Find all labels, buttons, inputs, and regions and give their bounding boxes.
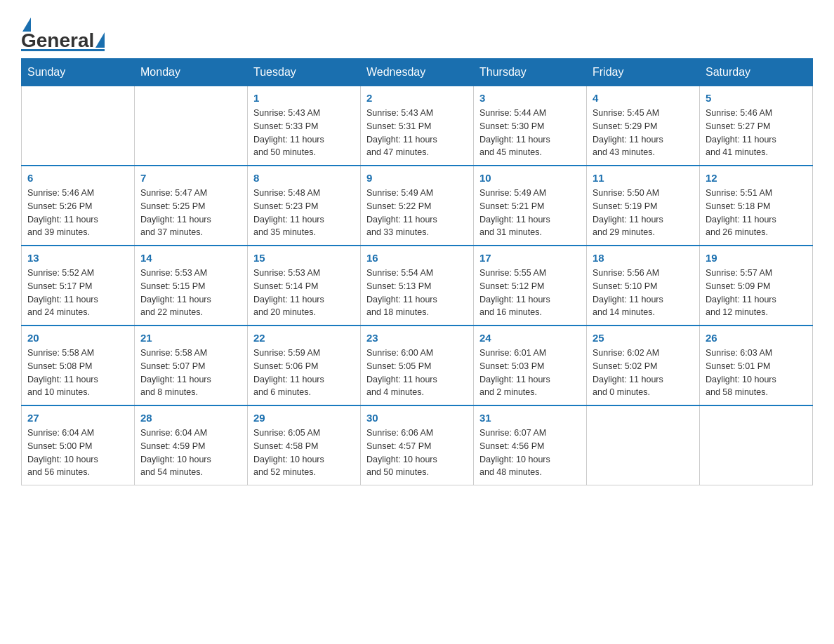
day-number: 2 — [366, 92, 468, 104]
header-monday: Monday — [135, 59, 248, 86]
day-info: Sunrise: 5:43 AM Sunset: 5:33 PM Dayligh… — [253, 107, 355, 159]
day-number: 21 — [140, 332, 241, 344]
calendar-cell — [587, 405, 700, 485]
calendar-cell: 4Sunrise: 5:45 AM Sunset: 5:29 PM Daylig… — [587, 86, 700, 166]
day-info: Sunrise: 6:03 AM Sunset: 5:01 PM Dayligh… — [706, 347, 807, 399]
calendar-cell: 8Sunrise: 5:48 AM Sunset: 5:23 PM Daylig… — [248, 166, 361, 246]
day-number: 14 — [140, 252, 241, 264]
day-info: Sunrise: 5:43 AM Sunset: 5:31 PM Dayligh… — [366, 107, 468, 159]
week-row-1: 6Sunrise: 5:46 AM Sunset: 5:26 PM Daylig… — [22, 166, 813, 246]
calendar-cell: 24Sunrise: 6:01 AM Sunset: 5:03 PM Dayli… — [474, 326, 587, 405]
week-row-2: 13Sunrise: 5:52 AM Sunset: 5:17 PM Dayli… — [22, 246, 813, 326]
day-info: Sunrise: 5:49 AM Sunset: 5:21 PM Dayligh… — [479, 187, 581, 239]
day-number: 30 — [366, 412, 468, 424]
day-number: 9 — [366, 172, 468, 184]
day-number: 31 — [479, 412, 581, 424]
calendar-cell: 31Sunrise: 6:07 AM Sunset: 4:56 PM Dayli… — [474, 405, 587, 485]
day-info: Sunrise: 5:57 AM Sunset: 5:09 PM Dayligh… — [706, 267, 807, 319]
calendar-cell — [700, 405, 813, 485]
day-number: 28 — [140, 412, 241, 424]
day-number: 20 — [27, 332, 128, 344]
calendar-header-row: SundayMondayTuesdayWednesdayThursdayFrid… — [22, 59, 813, 86]
day-number: 12 — [706, 172, 807, 184]
day-info: Sunrise: 6:02 AM Sunset: 5:02 PM Dayligh… — [593, 347, 694, 399]
day-number: 6 — [27, 172, 128, 184]
day-number: 3 — [479, 92, 581, 104]
header-thursday: Thursday — [474, 59, 587, 86]
header-friday: Friday — [587, 59, 700, 86]
day-info: Sunrise: 5:59 AM Sunset: 5:06 PM Dayligh… — [253, 347, 355, 399]
calendar-cell: 10Sunrise: 5:49 AM Sunset: 5:21 PM Dayli… — [474, 166, 587, 246]
day-info: Sunrise: 6:00 AM Sunset: 5:05 PM Dayligh… — [366, 347, 468, 399]
day-number: 1 — [253, 92, 355, 104]
page-header: General — [21, 14, 813, 51]
calendar-cell: 5Sunrise: 5:46 AM Sunset: 5:27 PM Daylig… — [700, 86, 813, 166]
calendar-cell: 23Sunrise: 6:00 AM Sunset: 5:05 PM Dayli… — [361, 326, 474, 405]
calendar-cell: 19Sunrise: 5:57 AM Sunset: 5:09 PM Dayli… — [700, 246, 813, 326]
day-number: 27 — [27, 412, 128, 424]
day-info: Sunrise: 6:06 AM Sunset: 4:57 PM Dayligh… — [366, 427, 468, 479]
day-info: Sunrise: 5:47 AM Sunset: 5:25 PM Dayligh… — [140, 187, 241, 239]
day-info: Sunrise: 6:01 AM Sunset: 5:03 PM Dayligh… — [479, 347, 581, 399]
day-number: 11 — [593, 172, 694, 184]
day-number: 24 — [479, 332, 581, 344]
calendar-cell — [135, 86, 248, 166]
day-info: Sunrise: 6:07 AM Sunset: 4:56 PM Dayligh… — [479, 427, 581, 479]
day-info: Sunrise: 5:46 AM Sunset: 5:26 PM Dayligh… — [27, 187, 128, 239]
logo-arrow-icon — [95, 32, 105, 48]
calendar-cell: 25Sunrise: 6:02 AM Sunset: 5:02 PM Dayli… — [587, 326, 700, 405]
calendar-cell: 28Sunrise: 6:04 AM Sunset: 4:59 PM Dayli… — [135, 405, 248, 485]
calendar-cell: 16Sunrise: 5:54 AM Sunset: 5:13 PM Dayli… — [361, 246, 474, 326]
day-info: Sunrise: 5:45 AM Sunset: 5:29 PM Dayligh… — [593, 107, 694, 159]
day-info: Sunrise: 5:51 AM Sunset: 5:18 PM Dayligh… — [706, 187, 807, 239]
calendar-cell: 6Sunrise: 5:46 AM Sunset: 5:26 PM Daylig… — [22, 166, 135, 246]
day-number: 13 — [27, 252, 128, 264]
day-number: 22 — [253, 332, 355, 344]
day-info: Sunrise: 5:48 AM Sunset: 5:23 PM Dayligh… — [253, 187, 355, 239]
calendar-cell: 22Sunrise: 5:59 AM Sunset: 5:06 PM Dayli… — [248, 326, 361, 405]
calendar-cell: 3Sunrise: 5:44 AM Sunset: 5:30 PM Daylig… — [474, 86, 587, 166]
calendar-cell: 2Sunrise: 5:43 AM Sunset: 5:31 PM Daylig… — [361, 86, 474, 166]
calendar-cell: 15Sunrise: 5:53 AM Sunset: 5:14 PM Dayli… — [248, 246, 361, 326]
day-number: 19 — [706, 252, 807, 264]
day-info: Sunrise: 5:58 AM Sunset: 5:07 PM Dayligh… — [140, 347, 241, 399]
calendar-cell: 29Sunrise: 6:05 AM Sunset: 4:58 PM Dayli… — [248, 405, 361, 485]
calendar-cell: 20Sunrise: 5:58 AM Sunset: 5:08 PM Dayli… — [22, 326, 135, 405]
day-info: Sunrise: 5:54 AM Sunset: 5:13 PM Dayligh… — [366, 267, 468, 319]
header-tuesday: Tuesday — [248, 59, 361, 86]
calendar-cell: 18Sunrise: 5:56 AM Sunset: 5:10 PM Dayli… — [587, 246, 700, 326]
calendar-cell: 14Sunrise: 5:53 AM Sunset: 5:15 PM Dayli… — [135, 246, 248, 326]
day-info: Sunrise: 6:05 AM Sunset: 4:58 PM Dayligh… — [253, 427, 355, 479]
day-number: 10 — [479, 172, 581, 184]
calendar-cell — [22, 86, 135, 166]
header-saturday: Saturday — [700, 59, 813, 86]
day-info: Sunrise: 6:04 AM Sunset: 5:00 PM Dayligh… — [27, 427, 128, 479]
day-number: 8 — [253, 172, 355, 184]
day-info: Sunrise: 5:46 AM Sunset: 5:27 PM Dayligh… — [706, 107, 807, 159]
day-number: 5 — [706, 92, 807, 104]
logo: General — [21, 14, 105, 51]
day-info: Sunrise: 6:04 AM Sunset: 4:59 PM Dayligh… — [140, 427, 241, 479]
header-sunday: Sunday — [22, 59, 135, 86]
calendar-cell: 13Sunrise: 5:52 AM Sunset: 5:17 PM Dayli… — [22, 246, 135, 326]
day-info: Sunrise: 5:55 AM Sunset: 5:12 PM Dayligh… — [479, 267, 581, 319]
calendar-cell: 26Sunrise: 6:03 AM Sunset: 5:01 PM Dayli… — [700, 326, 813, 405]
header-wednesday: Wednesday — [361, 59, 474, 86]
day-info: Sunrise: 5:58 AM Sunset: 5:08 PM Dayligh… — [27, 347, 128, 399]
day-number: 4 — [593, 92, 694, 104]
calendar-cell: 12Sunrise: 5:51 AM Sunset: 5:18 PM Dayli… — [700, 166, 813, 246]
day-info: Sunrise: 5:53 AM Sunset: 5:15 PM Dayligh… — [140, 267, 241, 319]
day-number: 7 — [140, 172, 241, 184]
week-row-4: 27Sunrise: 6:04 AM Sunset: 5:00 PM Dayli… — [22, 405, 813, 485]
calendar-cell: 30Sunrise: 6:06 AM Sunset: 4:57 PM Dayli… — [361, 405, 474, 485]
day-number: 16 — [366, 252, 468, 264]
calendar-cell: 11Sunrise: 5:50 AM Sunset: 5:19 PM Dayli… — [587, 166, 700, 246]
day-number: 23 — [366, 332, 468, 344]
calendar-cell: 27Sunrise: 6:04 AM Sunset: 5:00 PM Dayli… — [22, 405, 135, 485]
logo-underline — [21, 49, 105, 51]
day-number: 25 — [593, 332, 694, 344]
calendar-cell: 17Sunrise: 5:55 AM Sunset: 5:12 PM Dayli… — [474, 246, 587, 326]
day-info: Sunrise: 5:56 AM Sunset: 5:10 PM Dayligh… — [593, 267, 694, 319]
day-number: 17 — [479, 252, 581, 264]
calendar-cell: 21Sunrise: 5:58 AM Sunset: 5:07 PM Dayli… — [135, 326, 248, 405]
